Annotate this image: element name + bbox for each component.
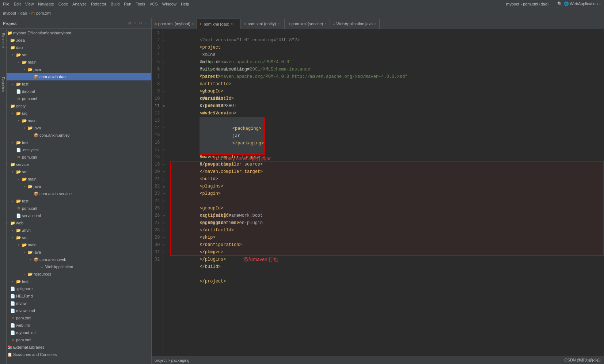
menu-navigate[interactable]: Navigate <box>38 2 54 6</box>
tab-pom-dao[interactable]: m pom.xml (dao) ✕ <box>197 19 241 29</box>
tree-item-web-iml[interactable]: 📄 web.iml <box>0 322 151 329</box>
tree-item-webapplication[interactable]: ☕ WebApplication <box>0 263 151 270</box>
tree-item-service-test[interactable]: ▸ 📂 test <box>0 197 151 205</box>
gutter-fold[interactable]: ▾ <box>163 219 170 227</box>
settings-icon[interactable]: ⚙ <box>128 20 132 26</box>
editor[interactable]: 1 2 3 4 5 6 7 8 9 10 11 12 13 14 15 16 1… <box>152 29 604 356</box>
tree-item-mvnwcmd[interactable]: 📄 mvnw.cmd <box>0 307 151 314</box>
code-editor-content[interactable]: <?xml version="1.0" encoding="UTF-8"?> <… <box>170 29 604 356</box>
tab-pom-entity[interactable]: m pom.xml (entity) ✕ <box>241 19 285 29</box>
tree-item-entity[interactable]: ▾ 📁 entity <box>0 102 151 110</box>
gutter-fold[interactable]: ▾ <box>163 168 170 175</box>
tree-item-entity-iml[interactable]: 📄 .entity.iml <box>0 146 151 153</box>
tree-item-gitignore[interactable]: 📄 .gitignore <box>0 285 151 292</box>
tree-item-idea[interactable]: ▸ 📂 .idea <box>0 37 151 44</box>
hide-icon[interactable]: − <box>144 21 148 26</box>
tree-item-dao-java[interactable]: ▾ 📂 java <box>0 66 151 73</box>
tree-item-mvnw[interactable]: 📄 mvnw <box>0 300 151 307</box>
structure-tab[interactable]: Structure <box>1 33 5 48</box>
tree-item-dao[interactable]: ▾ 📁 dao <box>0 44 151 51</box>
gutter-fold[interactable]: ▾ <box>163 190 170 197</box>
tab-close-icon[interactable]: ✕ <box>278 22 280 26</box>
tree-item-web-java[interactable]: ▾ 📂 java <box>0 249 151 256</box>
tab-pom-service[interactable]: m pom.xml (service) ✕ <box>285 19 330 29</box>
gutter-fold[interactable]: ▾ <box>163 227 170 234</box>
menu-edit[interactable]: Edit <box>14 2 21 6</box>
gutter-fold[interactable]: ▾ <box>163 212 170 219</box>
gutter-fold[interactable]: ▾ <box>163 241 170 249</box>
tree-item-web-resources[interactable]: ▸ 📂 resources <box>0 270 151 278</box>
tree-item-service-src[interactable]: ▾ 📂 src <box>0 168 151 175</box>
gutter-fold[interactable]: ▾ <box>163 58 170 66</box>
menu-build[interactable]: Build <box>111 2 119 6</box>
tree-item-service-java[interactable]: ▾ 📂 java <box>0 183 151 190</box>
tree-item-web[interactable]: ▾ 📁 web <box>0 219 151 227</box>
menu-file[interactable]: File <box>3 2 10 6</box>
tree-item-dao-com[interactable]: 📦 com.anxin.dao <box>0 73 151 80</box>
tree-item-entity-pom[interactable]: m pom.xml <box>0 153 151 161</box>
menu-view[interactable]: View <box>25 2 34 6</box>
tree-item-web-test[interactable]: ▸ 📂 test <box>0 278 151 285</box>
tree-item-service-iml[interactable]: 📄 service.iml <box>0 212 151 219</box>
breadcrumb-pom[interactable]: pom.xml <box>36 11 52 15</box>
gutter-fold[interactable]: ▾ <box>163 234 170 241</box>
gutter-fold[interactable]: ▾ <box>163 146 170 153</box>
menu-bar[interactable]: File Edit View Navigate Code Analyze Ref… <box>3 2 189 6</box>
tab-close-icon[interactable]: ✕ <box>192 22 194 26</box>
tree-item-dao-pom[interactable]: m pom.xml <box>0 95 151 102</box>
tree-item-service[interactable]: ▾ 📁 service <box>0 161 151 168</box>
collapse-icon[interactable]: ⊟ <box>139 20 143 26</box>
tree-item-service-main[interactable]: ▾ 📂 main <box>0 175 151 183</box>
arrow-icon: ▸ <box>23 272 28 276</box>
tree-item-myboot-root[interactable]: ▾ 📁 myboot E:\location\anxin\myboot <box>0 29 151 37</box>
tab-webapplication[interactable]: ☕ WebApplication.java ✕ <box>330 19 380 29</box>
tree-item-entity-java[interactable]: ▾ 📂 java <box>0 124 151 132</box>
iml-icon: 📄 <box>10 330 15 335</box>
gutter-fold[interactable]: ▾ <box>163 37 170 44</box>
gutter-fold[interactable]: ▾ <box>163 249 170 256</box>
tree-item-entity-main[interactable]: ▾ 📂 main <box>0 117 151 124</box>
menu-code[interactable]: Code <box>58 2 68 6</box>
favorites-tab[interactable]: Favorites <box>1 77 5 92</box>
line-num-3: 3 <box>155 44 160 51</box>
tree-item-entity-src[interactable]: ▾ 📂 src <box>0 110 151 117</box>
tab-pom-myboot[interactable]: m pom.xml (myboot) ✕ <box>152 19 197 29</box>
menu-vcs[interactable]: VCS <box>149 2 158 6</box>
tree-item-scratches[interactable]: ▸ 📋 Scratches and Consoles <box>0 351 151 358</box>
tree-item-dao-src[interactable]: ▾ 📂 src <box>0 51 151 58</box>
tree-item-web-mvn[interactable]: ▸ 📂 .mvn <box>0 227 151 234</box>
tab-close-icon[interactable]: ✕ <box>324 22 326 26</box>
breadcrumb-myboot[interactable]: myboot <box>3 11 16 15</box>
tree-item-root-pom[interactable]: m pom.xml <box>0 314 151 322</box>
tab-close-icon[interactable]: ✕ <box>231 22 233 26</box>
gutter-fold[interactable]: ▾ <box>163 124 170 132</box>
gutter-fold[interactable]: ▾ <box>163 161 170 168</box>
gutter-fold[interactable]: ▾ <box>163 197 170 205</box>
module-icon: 📁 <box>10 45 15 50</box>
tree-item-ext-libs[interactable]: ▸ 📚 External Libraries <box>0 344 151 351</box>
menu-tools[interactable]: Tools <box>136 2 145 6</box>
tree-item-dao-main[interactable]: ▾ 📂 main <box>0 58 151 66</box>
menu-run[interactable]: Run <box>124 2 131 6</box>
tree-item-entity-test[interactable]: ▸ 📂 test <box>0 139 151 146</box>
tree-item-web-com[interactable]: ▾ 📦 com.anxin.web <box>0 256 151 263</box>
tree-item-dao-iml[interactable]: 📄 dao.iml <box>0 88 151 95</box>
tree-item-web-main[interactable]: ▾ 📂 main <box>0 241 151 249</box>
tree-item-myboot-iml[interactable]: 📄 myboot.iml <box>0 329 151 336</box>
menu-refactor[interactable]: Refactor <box>91 2 106 6</box>
tree-item-dao-test[interactable]: ▸ 📂 test <box>0 80 151 88</box>
tree-item-web-src[interactable]: ▾ 📂 src <box>0 234 151 241</box>
breadcrumb-dao[interactable]: dao <box>20 11 27 15</box>
tree-item-myboot-pom[interactable]: m pom.xml <box>0 336 151 344</box>
tree-item-service-com[interactable]: 📦 com.anxin.service <box>0 190 151 197</box>
menu-help[interactable]: Help <box>181 2 189 6</box>
sort-icon[interactable]: ≡ <box>133 21 137 26</box>
tree-item-helpmd[interactable]: 📄 HELP.md <box>0 292 151 300</box>
menu-analyze[interactable]: Analyze <box>72 2 87 6</box>
gutter-fold[interactable]: ▾ <box>163 88 170 95</box>
tab-close-icon[interactable]: ✕ <box>374 22 376 26</box>
gutter-fold[interactable]: ▾ <box>163 175 170 183</box>
tree-item-entity-com[interactable]: 📦 com.anxin.entiey <box>0 132 151 139</box>
menu-window[interactable]: Window <box>162 2 176 6</box>
tree-item-service-pom[interactable]: m pom.xml <box>0 205 151 212</box>
